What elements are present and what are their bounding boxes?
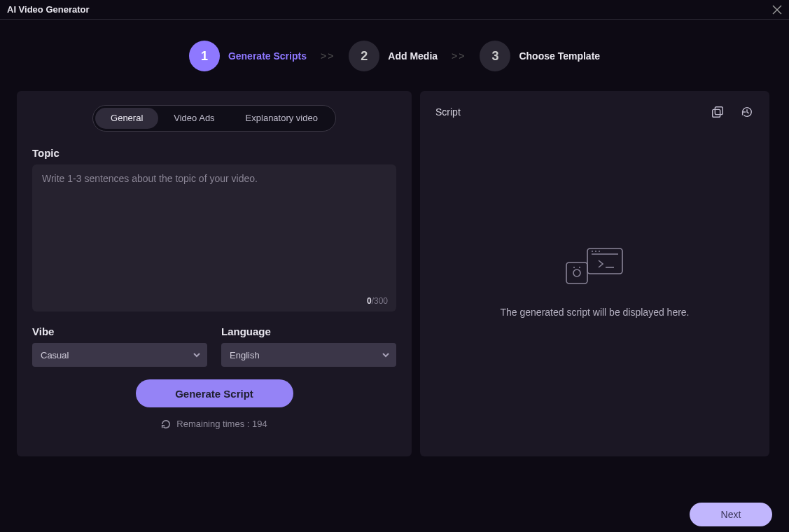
- tab-general[interactable]: General: [95, 108, 158, 129]
- next-button[interactable]: Next: [690, 503, 772, 526]
- svg-rect-4: [587, 248, 622, 274]
- panel-script-output: Script: [420, 91, 769, 456]
- svg-rect-3: [713, 109, 720, 117]
- vibe-label: Vibe: [32, 326, 207, 337]
- history-icon[interactable]: [740, 105, 754, 119]
- svg-rect-2: [715, 107, 722, 115]
- stepper: 1 Generate Scripts >> 2 Add Media >> 3 C…: [0, 20, 789, 85]
- script-type-tabs: General Video Ads Explanatory video: [92, 105, 336, 132]
- svg-point-6: [592, 251, 593, 252]
- titlebar: AI Video Generator: [0, 0, 789, 20]
- chevron-down-icon: [193, 351, 200, 358]
- step-generate-scripts[interactable]: 1 Generate Scripts: [189, 41, 307, 71]
- tab-video-ads[interactable]: Video Ads: [158, 108, 230, 129]
- window-title: AI Video Generator: [7, 4, 90, 15]
- chevron-down-icon: [382, 351, 389, 358]
- step-add-media[interactable]: 2 Add Media: [349, 41, 438, 71]
- topic-field-wrap: 0/300: [32, 164, 396, 312]
- script-placeholder-illustration: [564, 247, 627, 288]
- script-placeholder-text: The generated script will be displayed h…: [500, 307, 689, 318]
- language-value: English: [230, 350, 260, 360]
- step-separator: >>: [321, 50, 335, 62]
- tab-explanatory-video[interactable]: Explanatory video: [230, 108, 333, 129]
- svg-point-11: [573, 270, 580, 276]
- step-label: Add Media: [388, 50, 438, 62]
- remaining-times: Remaining times : 194: [161, 419, 267, 429]
- vibe-value: Casual: [41, 350, 69, 360]
- refresh-icon: [161, 419, 171, 429]
- copy-icon[interactable]: [711, 105, 725, 119]
- svg-rect-10: [566, 262, 587, 284]
- generate-script-button[interactable]: Generate Script: [136, 379, 293, 407]
- svg-point-8: [599, 251, 600, 252]
- step-label: Generate Scripts: [228, 50, 307, 62]
- step-number: 1: [189, 41, 220, 71]
- panel-script-input: General Video Ads Explanatory video Topi…: [17, 91, 412, 456]
- script-panel-title: Script: [435, 106, 461, 118]
- char-count: 0/300: [367, 296, 388, 306]
- step-number: 2: [349, 41, 379, 71]
- language-label: Language: [221, 326, 396, 337]
- close-icon[interactable]: [772, 5, 782, 15]
- topic-label: Topic: [32, 147, 396, 159]
- vibe-select[interactable]: Casual: [32, 343, 207, 367]
- step-number: 3: [480, 41, 510, 71]
- step-separator: >>: [452, 50, 466, 62]
- svg-point-7: [595, 251, 596, 252]
- topic-input[interactable]: [32, 164, 396, 312]
- step-choose-template[interactable]: 3 Choose Template: [480, 41, 600, 71]
- step-label: Choose Template: [519, 50, 600, 62]
- language-select[interactable]: English: [221, 343, 396, 367]
